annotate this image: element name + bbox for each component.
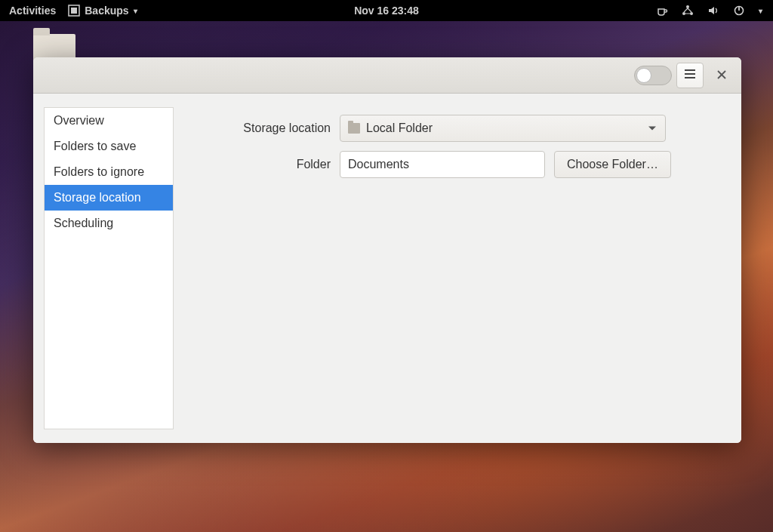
system-menu-chevron-icon[interactable]: ▾ <box>759 7 762 15</box>
close-icon <box>717 69 726 81</box>
sidebar-item-scheduling[interactable]: Scheduling <box>45 211 173 236</box>
menu-button[interactable] <box>676 63 704 88</box>
caffeine-icon[interactable] <box>656 5 668 17</box>
svg-rect-1 <box>71 8 77 14</box>
svg-point-3 <box>682 12 685 15</box>
sidebar-item-storage-location[interactable]: Storage location <box>45 185 173 211</box>
chevron-down-icon: ▾ <box>134 7 137 15</box>
window-body: Overview Folders to save Folders to igno… <box>33 94 741 443</box>
storage-location-label: Storage location <box>192 121 331 135</box>
power-icon[interactable] <box>733 5 745 17</box>
app-menu-label: Backups <box>85 5 128 17</box>
content-pane: Storage location Local Folder Folder Cho… <box>174 107 728 429</box>
clock[interactable]: Nov 16 23:48 <box>354 5 419 17</box>
app-menu[interactable]: Backups ▾ <box>68 5 137 17</box>
sidebar-item-folders-to-ignore[interactable]: Folders to ignore <box>45 159 173 185</box>
storage-location-value: Local Folder <box>366 121 433 135</box>
header-bar <box>33 57 741 94</box>
svg-point-2 <box>686 5 689 8</box>
close-button[interactable] <box>708 63 735 88</box>
network-icon[interactable] <box>682 5 694 17</box>
svg-point-4 <box>690 12 693 15</box>
hamburger-icon <box>684 69 696 82</box>
auto-backup-toggle[interactable] <box>634 66 672 85</box>
choose-folder-button[interactable]: Choose Folder… <box>554 151 671 178</box>
chevron-down-icon <box>648 127 656 131</box>
activities-button[interactable]: Activities <box>9 5 56 17</box>
folder-icon <box>348 123 360 134</box>
folder-label: Folder <box>192 158 331 171</box>
storage-location-dropdown[interactable]: Local Folder <box>340 115 666 142</box>
toggle-knob <box>636 68 651 83</box>
backups-window: Overview Folders to save Folders to igno… <box>33 57 741 443</box>
settings-sidebar: Overview Folders to save Folders to igno… <box>44 107 174 429</box>
sidebar-item-overview[interactable]: Overview <box>45 108 173 134</box>
sidebar-item-folders-to-save[interactable]: Folders to save <box>45 134 173 159</box>
gnome-topbar: Activities Backups ▾ Nov 16 23:48 ▾ <box>0 0 773 21</box>
app-icon <box>68 5 80 17</box>
folder-input[interactable] <box>340 151 545 178</box>
volume-icon[interactable] <box>707 5 719 17</box>
